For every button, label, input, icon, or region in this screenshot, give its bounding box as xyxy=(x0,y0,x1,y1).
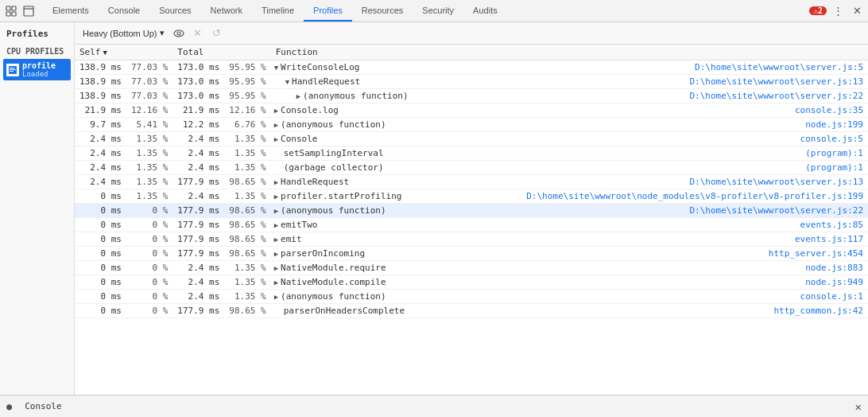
cell-file[interactable]: node.js:949 xyxy=(430,275,868,290)
cell-function[interactable]: ▶NativeModule.require xyxy=(271,261,430,275)
expand-arrow-icon[interactable]: ▶ xyxy=(274,207,278,215)
cell-file[interactable]: events.js:85 xyxy=(430,218,868,232)
expand-arrow-icon[interactable]: ▶ xyxy=(274,221,278,229)
more-options-icon[interactable]: ⋮ xyxy=(830,3,846,19)
cell-function[interactable]: parserOnHeadersComplete xyxy=(271,304,430,318)
cell-function[interactable]: setSamplingInterval xyxy=(271,146,430,161)
table-row[interactable]: 2.4 ms1.35 %177.9 ms98.65 %▶HandleReques… xyxy=(75,175,868,189)
cell-file[interactable]: http_server.js:454 xyxy=(430,247,868,261)
cell-total-pct: 1.35 % xyxy=(224,132,270,146)
cell-function[interactable]: ▶(anonymous function) xyxy=(271,118,430,132)
cell-file[interactable]: D:\home\site\wwwroot\server.js:22 xyxy=(430,204,868,218)
total-header[interactable]: Total xyxy=(172,45,270,60)
cell-file[interactable]: D:\home\site\wwwroot\server.js:13 xyxy=(430,175,868,189)
cell-file[interactable]: http_common.js:42 xyxy=(430,304,868,318)
expand-arrow-icon[interactable]: ▶ xyxy=(274,121,278,129)
cell-file[interactable]: (program):1 xyxy=(430,161,868,175)
table-row[interactable]: 2.4 ms1.35 %2.4 ms1.35 %setSamplingInter… xyxy=(75,146,868,161)
table-row[interactable]: 21.9 ms12.16 %21.9 ms12.16 %▶Console.log… xyxy=(75,103,868,118)
tab-resources[interactable]: Resources xyxy=(352,0,413,21)
table-row[interactable]: 2.4 ms1.35 %2.4 ms1.35 %(garbage collect… xyxy=(75,161,868,175)
expand-arrow-icon[interactable]: ▶ xyxy=(274,250,278,258)
tab-profiles[interactable]: Profiles xyxy=(304,0,352,21)
cell-function[interactable]: ▶profiler.startProfiling xyxy=(271,189,430,204)
expand-arrow-icon[interactable]: ▶ xyxy=(274,178,278,186)
cell-self-ms: 21.9 ms xyxy=(75,103,126,118)
expand-arrow-icon[interactable]: ▶ xyxy=(274,264,278,272)
cell-function[interactable]: ▶Console xyxy=(271,132,430,146)
cell-function[interactable]: ▼HandleRequest xyxy=(271,75,430,89)
cell-file[interactable]: (program):1 xyxy=(430,146,868,161)
cell-function[interactable]: ▼WriteConsoleLog xyxy=(271,60,430,75)
tab-security[interactable]: Security xyxy=(413,0,463,21)
profile-status: Loaded xyxy=(22,70,56,78)
cell-file[interactable]: D:\home\site\wwwroot\server.js:5 xyxy=(430,60,868,75)
tab-sources[interactable]: Sources xyxy=(149,0,200,21)
table-row[interactable]: 0 ms0 %177.9 ms98.65 %▶emitTwoevents.js:… xyxy=(75,218,868,232)
cell-self-ms: 0 ms xyxy=(75,261,126,275)
bottom-close-icon[interactable]: ✕ xyxy=(855,400,862,413)
table-row[interactable]: 0 ms0 %177.9 ms98.65 %▶emitevents.js:117 xyxy=(75,232,868,247)
box-icon[interactable] xyxy=(21,3,37,19)
table-row[interactable]: 0 ms0 %2.4 ms1.35 %▶(anonymous function)… xyxy=(75,290,868,304)
inspect-icon[interactable] xyxy=(3,3,19,19)
table-row[interactable]: 0 ms0 %177.9 ms98.65 %▶parserOnIncomingh… xyxy=(75,247,868,261)
table-row[interactable]: 138.9 ms77.03 %173.0 ms95.95 %▼HandleReq… xyxy=(75,75,868,89)
eye-icon[interactable] xyxy=(171,25,187,41)
cell-file[interactable]: D:\home\site\wwwroot\node_modules\v8-pro… xyxy=(430,189,868,204)
cell-file[interactable]: console.js:35 xyxy=(430,103,868,118)
expand-arrow-icon[interactable]: ▶ xyxy=(274,236,278,244)
expand-arrow-icon[interactable]: ▼ xyxy=(274,64,278,72)
cell-file[interactable]: node.js:199 xyxy=(430,118,868,132)
svg-point-10 xyxy=(174,30,184,37)
cell-function[interactable]: ▶parserOnIncoming xyxy=(271,247,430,261)
expand-arrow-icon[interactable]: ▼ xyxy=(285,78,289,86)
table-row[interactable]: 2.4 ms1.35 %2.4 ms1.35 %▶Consoleconsole.… xyxy=(75,132,868,146)
table-row[interactable]: 138.9 ms77.03 %173.0 ms95.95 %▼WriteCons… xyxy=(75,60,868,75)
cell-file[interactable]: D:\home\site\wwwroot\server.js:13 xyxy=(430,75,868,89)
cell-function[interactable]: ▶(anonymous function) xyxy=(271,204,430,218)
refresh-icon[interactable]: ↺ xyxy=(209,25,225,41)
cell-self-ms: 0 ms xyxy=(75,218,126,232)
expand-arrow-icon[interactable]: ▶ xyxy=(274,279,278,286)
cell-function[interactable]: ▶emitTwo xyxy=(271,218,430,232)
cell-function[interactable]: ▶NativeModule.compile xyxy=(271,275,430,290)
profile-table-container[interactable]: Self ▼ Total Function 138.9 ms77.03 %173… xyxy=(75,45,868,395)
cell-function[interactable]: ▶emit xyxy=(271,232,430,247)
self-header[interactable]: Self ▼ xyxy=(75,45,172,60)
tab-network[interactable]: Network xyxy=(201,0,252,21)
tab-timeline[interactable]: Timeline xyxy=(252,0,304,21)
table-row[interactable]: 0 ms0 %2.4 ms1.35 %▶NativeModule.require… xyxy=(75,261,868,275)
view-dropdown[interactable]: Heavy (Bottom Up) ▾ xyxy=(79,26,168,40)
table-row[interactable]: 9.7 ms5.41 %12.2 ms6.76 %▶(anonymous fun… xyxy=(75,118,868,132)
table-row[interactable]: 0 ms1.35 %2.4 ms1.35 %▶profiler.startPro… xyxy=(75,189,868,204)
cell-function[interactable]: ▶Console.log xyxy=(271,103,430,118)
tab-elements[interactable]: Elements xyxy=(43,0,99,21)
tab-audits[interactable]: Audits xyxy=(463,0,507,21)
expand-arrow-icon[interactable]: ▶ xyxy=(274,135,278,143)
console-tab[interactable]: Console xyxy=(18,399,68,413)
cell-function[interactable]: ▶(anonymous function) xyxy=(271,89,430,103)
table-row[interactable]: 0 ms0 %177.9 ms98.65 %▶(anonymous functi… xyxy=(75,204,868,218)
expand-arrow-icon[interactable]: ▶ xyxy=(274,293,278,301)
function-header[interactable]: Function xyxy=(271,45,430,60)
expand-arrow-icon[interactable]: ▶ xyxy=(274,193,278,201)
expand-arrow-icon[interactable]: ▶ xyxy=(296,92,300,100)
table-row[interactable]: 138.9 ms77.03 %173.0 ms95.95 %▶(anonymou… xyxy=(75,89,868,103)
function-name: emitTwo xyxy=(281,220,317,230)
tab-console[interactable]: Console xyxy=(99,0,149,21)
close-devtools-icon[interactable]: ✕ xyxy=(849,3,865,19)
profile-item[interactable]: profile Loaded xyxy=(3,59,71,80)
table-row[interactable]: 0 ms0 %2.4 ms1.35 %▶NativeModule.compile… xyxy=(75,275,868,290)
cell-file[interactable]: D:\home\site\wwwroot\server.js:22 xyxy=(430,89,868,103)
cell-file[interactable]: events.js:117 xyxy=(430,232,868,247)
cell-file[interactable]: console.js:5 xyxy=(430,132,868,146)
cell-function[interactable]: ▶(anonymous function) xyxy=(271,290,430,304)
cell-function[interactable]: (garbage collector) xyxy=(271,161,430,175)
expand-arrow-icon[interactable]: ▶ xyxy=(274,107,278,115)
cell-file[interactable]: console.js:1 xyxy=(430,290,868,304)
cell-file[interactable]: node.js:883 xyxy=(430,261,868,275)
table-row[interactable]: 0 ms0 %177.9 ms98.65 %parserOnHeadersCom… xyxy=(75,304,868,318)
clear-icon[interactable]: ✕ xyxy=(190,25,206,41)
cell-function[interactable]: ▶HandleRequest xyxy=(271,175,430,189)
